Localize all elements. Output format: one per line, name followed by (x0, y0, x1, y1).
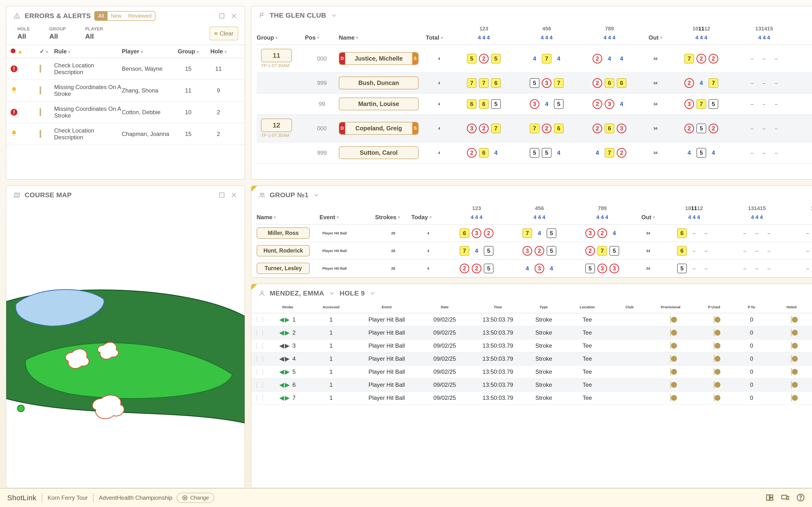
brand-logo: ShotLink (7, 494, 37, 502)
table-row[interactable]: ⋮⋮▶▶ 71Player Hit Ball09/02/2513:50:03.7… (251, 392, 812, 405)
score-box: 5 (491, 99, 501, 109)
provisional-toggle[interactable] (670, 355, 671, 362)
table-row[interactable]: ! Check Location Description Benson, Way… (6, 58, 245, 80)
provisional-toggle[interactable] (670, 381, 671, 388)
tour-name[interactable]: Korn Ferry Tour (48, 495, 88, 501)
table-row[interactable]: Hunt, RoderickPlayer Hit Ball28474532527… (257, 242, 812, 260)
player-pill[interactable]: DSJustice, Michelle (339, 52, 418, 65)
pused-toggle[interactable] (714, 316, 715, 323)
score-box: 6 (467, 99, 476, 109)
provisional-toggle[interactable] (670, 394, 671, 401)
score-box: 3 (609, 264, 619, 273)
pused-toggle[interactable] (714, 342, 715, 349)
arrows-icon: ▶▶ (280, 342, 289, 349)
pused-toggle[interactable] (714, 381, 715, 388)
rule-cell: Missing Coordinates On A Stroke (54, 84, 122, 97)
arrows-icon: ▶▶ (280, 316, 289, 323)
filter-player-value[interactable]: All (85, 33, 103, 40)
provisional-toggle[interactable] (670, 329, 671, 336)
drag-handle-icon[interactable]: ⋮⋮ (251, 394, 268, 401)
drag-handle-icon[interactable]: ⋮⋮ (251, 342, 268, 349)
player-pill[interactable]: Sutton, Carol (339, 146, 418, 159)
group-button[interactable]: 11 (261, 49, 292, 62)
event-name[interactable]: AdventHealth Championship (99, 495, 172, 501)
table-row[interactable]: Turner, LesleyPlayer Hit Ball28422543453… (257, 260, 812, 277)
pused-toggle[interactable] (714, 329, 715, 336)
table-row[interactable]: ⋮⋮▶▶ 41Player Hit Ball09/02/2513:50:03.7… (251, 352, 812, 365)
alert-tab-new[interactable]: New (108, 12, 125, 20)
drag-handle-icon[interactable]: ⋮⋮ (251, 329, 268, 336)
score-box: 3 (467, 124, 476, 133)
clear-filters-button[interactable]: ≡Clear (209, 26, 238, 40)
holed-toggle[interactable] (791, 316, 792, 323)
checkbox[interactable] (40, 130, 41, 138)
pused-toggle[interactable] (714, 368, 715, 376)
table-row[interactable]: 999Sutton, Carol426455447234454––––––741 (257, 143, 812, 163)
player-pill[interactable]: Turner, Lesley (257, 263, 310, 274)
table-row[interactable]: ⋮⋮▶▶ 21Player Hit Ball09/02/2513:50:03.7… (251, 326, 812, 339)
maximize-icon[interactable] (217, 191, 226, 200)
pused-toggle[interactable] (714, 355, 715, 362)
provisional-toggle[interactable] (670, 316, 671, 323)
panel-title: ERRORS & ALERTS (24, 12, 91, 20)
drag-handle-icon[interactable]: ⋮⋮ (251, 382, 268, 388)
provisional-toggle[interactable] (670, 368, 671, 376)
provisional-toggle[interactable] (670, 342, 671, 349)
chevron-down-icon[interactable] (327, 289, 336, 298)
close-icon[interactable] (230, 191, 238, 200)
score-box: 7 (709, 78, 718, 88)
layout-icon[interactable] (766, 494, 774, 502)
player-pill[interactable]: DSCopeland, Greig (339, 122, 418, 135)
devices-icon[interactable] (781, 494, 789, 502)
table-row[interactable]: 999Bush, Duncan477653726634247––––––741 (257, 73, 812, 94)
group-button[interactable]: 12 (261, 119, 292, 132)
holed-toggle[interactable] (791, 355, 792, 362)
person-icon (258, 289, 266, 298)
close-icon[interactable] (230, 12, 238, 20)
player-pill[interactable]: Martin, Louise (339, 98, 418, 110)
table-row[interactable]: Check Location Description Chapman, Joan… (6, 123, 245, 145)
change-button[interactable]: Change (176, 493, 214, 503)
checkbox[interactable] (40, 65, 41, 73)
holed-toggle[interactable] (791, 342, 792, 349)
alert-tab-reviewed[interactable]: Reviewed (125, 12, 155, 20)
drag-handle-icon[interactable]: ⋮⋮ (251, 355, 268, 362)
drag-handle-icon[interactable]: ⋮⋮ (251, 316, 268, 323)
player-pill[interactable]: Hunt, Roderick (257, 245, 310, 257)
player-pill[interactable]: Bush, Duncan (339, 76, 418, 89)
chevron-down-icon[interactable] (329, 11, 338, 20)
holed-toggle[interactable] (791, 381, 792, 388)
filter-group-value[interactable]: All (49, 33, 66, 40)
alert-tab-all[interactable]: All (95, 12, 107, 20)
player-pill[interactable]: Miller, Ross (257, 227, 310, 239)
maximize-icon[interactable] (217, 12, 226, 20)
table-row[interactable]: Miller, RossPlayer Hit Ball2846327453243… (257, 225, 812, 242)
course-map-canvas[interactable] (6, 203, 245, 488)
table-row[interactable]: ! Missing Coordinates On A Stroke Cotton… (6, 102, 245, 123)
table-row[interactable]: Missing Coordinates On A Stroke Zhang, S… (6, 80, 245, 102)
chevron-down-icon[interactable] (368, 289, 377, 298)
alert-tabs[interactable]: All New Reviewed (94, 11, 155, 21)
table-row[interactable]: ⋮⋮▶▶ 31Player Hit Ball09/02/2513:50:03.7… (251, 339, 812, 352)
filter-hole-value[interactable]: All (17, 33, 30, 40)
holed-toggle[interactable] (791, 329, 792, 336)
table-row[interactable]: 99Martin, Louise466534523434375––––––741 (257, 94, 812, 115)
table-row[interactable]: 11TP-1-07:30AM000DSJustice, Michelle4525… (257, 45, 812, 73)
pused-toggle[interactable] (714, 394, 715, 401)
table-row[interactable]: 12TP-1-07:30AM000DSCopeland, Greig432772… (257, 115, 812, 143)
error-icon: ! (11, 109, 17, 116)
help-icon[interactable] (797, 494, 805, 502)
stroke-table-header: StrokeAccessedEventDateTimeTypeLocationC… (251, 301, 812, 314)
table-row[interactable]: ⋮⋮▶▶ 51Player Hit Ball09/02/2513:50:03.7… (251, 365, 812, 379)
checkbox[interactable] (40, 108, 41, 116)
holed-toggle[interactable] (791, 368, 792, 376)
chevron-down-icon[interactable] (312, 191, 321, 200)
holed-toggle[interactable] (791, 394, 792, 401)
drag-handle-icon[interactable]: ⋮⋮ (251, 369, 268, 375)
table-row[interactable]: ⋮⋮▶▶ 61Player Hit Ball09/02/2513:50:03.7… (251, 379, 812, 392)
table-row[interactable]: ⋮⋮▶▶ 11Player Hit Ball09/02/2513:50:03.7… (251, 314, 812, 326)
svg-rect-12 (767, 495, 769, 500)
stroke-player: MENDEZ, EMMA (270, 289, 324, 297)
bell-icon (11, 131, 17, 138)
checkbox[interactable] (40, 87, 41, 95)
